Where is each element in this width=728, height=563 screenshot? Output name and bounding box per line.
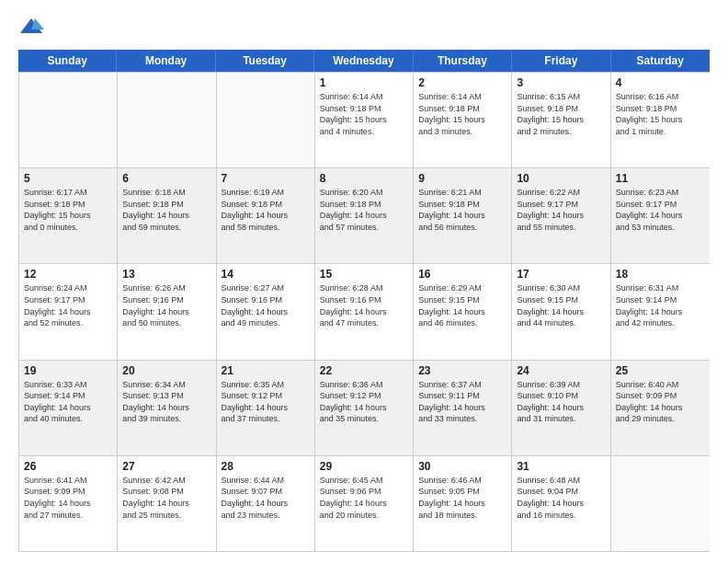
day-number: 4: [616, 76, 705, 89]
day-number: 30: [418, 460, 506, 473]
day-number: 16: [418, 268, 506, 281]
cal-cell: 20Sunrise: 6:34 AM Sunset: 9:13 PM Dayli…: [118, 361, 216, 455]
day-info: Sunrise: 6:14 AM Sunset: 9:18 PM Dayligh…: [418, 91, 506, 137]
page: SundayMondayTuesdayWednesdayThursdayFrid…: [0, 0, 728, 563]
day-info: Sunrise: 6:31 AM Sunset: 9:14 PM Dayligh…: [616, 282, 705, 328]
day-number: 29: [320, 460, 408, 473]
day-info: Sunrise: 6:30 AM Sunset: 9:15 PM Dayligh…: [517, 282, 605, 328]
header-cell-sunday: Sunday: [18, 50, 117, 72]
day-number: 3: [517, 76, 605, 89]
cal-cell: 7Sunrise: 6:19 AM Sunset: 9:18 PM Daylig…: [217, 168, 315, 263]
day-number: 18: [616, 268, 705, 281]
day-info: Sunrise: 6:40 AM Sunset: 9:09 PM Dayligh…: [616, 379, 705, 425]
cal-cell: [217, 73, 315, 167]
day-info: Sunrise: 6:33 AM Sunset: 9:14 PM Dayligh…: [24, 379, 112, 425]
day-info: Sunrise: 6:44 AM Sunset: 9:07 PM Dayligh…: [222, 475, 310, 521]
day-number: 22: [320, 364, 408, 377]
cal-cell: 14Sunrise: 6:27 AM Sunset: 9:16 PM Dayli…: [217, 264, 315, 359]
cal-cell: 26Sunrise: 6:41 AM Sunset: 9:09 PM Dayli…: [19, 456, 118, 551]
cal-cell: 31Sunrise: 6:48 AM Sunset: 9:04 PM Dayli…: [512, 456, 610, 551]
week-row-5: 26Sunrise: 6:41 AM Sunset: 9:09 PM Dayli…: [19, 455, 710, 551]
cal-cell: 1Sunrise: 6:14 AM Sunset: 9:18 PM Daylig…: [315, 73, 414, 167]
cal-cell: 21Sunrise: 6:35 AM Sunset: 9:12 PM Dayli…: [217, 361, 315, 455]
cal-cell: 11Sunrise: 6:23 AM Sunset: 9:17 PM Dayli…: [611, 168, 710, 263]
cal-cell: 13Sunrise: 6:26 AM Sunset: 9:16 PM Dayli…: [118, 264, 216, 359]
day-info: Sunrise: 6:27 AM Sunset: 9:16 PM Dayligh…: [222, 282, 310, 328]
day-info: Sunrise: 6:45 AM Sunset: 9:06 PM Dayligh…: [320, 475, 408, 521]
day-info: Sunrise: 6:34 AM Sunset: 9:13 PM Dayligh…: [122, 379, 210, 425]
day-info: Sunrise: 6:20 AM Sunset: 9:18 PM Dayligh…: [320, 187, 408, 233]
header-cell-tuesday: Tuesday: [216, 50, 314, 72]
header-cell-monday: Monday: [117, 50, 215, 72]
week-row-2: 5Sunrise: 6:17 AM Sunset: 9:18 PM Daylig…: [19, 167, 710, 263]
day-info: Sunrise: 6:23 AM Sunset: 9:17 PM Dayligh…: [616, 187, 705, 233]
cal-cell: 22Sunrise: 6:36 AM Sunset: 9:12 PM Dayli…: [315, 361, 414, 455]
day-number: 7: [222, 172, 310, 185]
day-number: 5: [24, 172, 112, 185]
day-number: 9: [418, 172, 506, 185]
day-number: 13: [122, 268, 210, 281]
day-number: 14: [222, 268, 310, 281]
day-info: Sunrise: 6:16 AM Sunset: 9:18 PM Dayligh…: [616, 91, 705, 137]
day-info: Sunrise: 6:29 AM Sunset: 9:15 PM Dayligh…: [418, 282, 506, 328]
day-number: 27: [122, 460, 210, 473]
logo-area: [18, 15, 48, 40]
cal-cell: 10Sunrise: 6:22 AM Sunset: 9:17 PM Dayli…: [512, 168, 610, 263]
cal-cell: 24Sunrise: 6:39 AM Sunset: 9:10 PM Dayli…: [512, 361, 610, 455]
day-number: 23: [418, 364, 506, 377]
header-cell-thursday: Thursday: [414, 50, 512, 72]
cal-cell: 19Sunrise: 6:33 AM Sunset: 9:14 PM Dayli…: [19, 361, 118, 455]
day-number: 26: [24, 460, 112, 473]
cal-cell: 4Sunrise: 6:16 AM Sunset: 9:18 PM Daylig…: [611, 73, 710, 167]
day-number: 24: [517, 364, 605, 377]
cal-cell: 23Sunrise: 6:37 AM Sunset: 9:11 PM Dayli…: [414, 361, 512, 455]
cal-cell: [611, 456, 710, 551]
cal-cell: 3Sunrise: 6:15 AM Sunset: 9:18 PM Daylig…: [512, 73, 610, 167]
day-info: Sunrise: 6:14 AM Sunset: 9:18 PM Dayligh…: [320, 91, 408, 137]
day-number: 10: [517, 172, 605, 185]
calendar-body: 1Sunrise: 6:14 AM Sunset: 9:18 PM Daylig…: [18, 72, 710, 552]
cal-cell: 9Sunrise: 6:21 AM Sunset: 9:18 PM Daylig…: [414, 168, 512, 263]
cal-cell: 30Sunrise: 6:46 AM Sunset: 9:05 PM Dayli…: [414, 456, 512, 551]
calendar: SundayMondayTuesdayWednesdayThursdayFrid…: [18, 50, 710, 552]
day-number: 17: [517, 268, 605, 281]
day-number: 12: [24, 268, 112, 281]
cal-cell: 12Sunrise: 6:24 AM Sunset: 9:17 PM Dayli…: [19, 264, 118, 359]
day-info: Sunrise: 6:48 AM Sunset: 9:04 PM Dayligh…: [517, 475, 605, 521]
week-row-1: 1Sunrise: 6:14 AM Sunset: 9:18 PM Daylig…: [19, 72, 710, 167]
day-info: Sunrise: 6:21 AM Sunset: 9:18 PM Dayligh…: [418, 187, 506, 233]
day-info: Sunrise: 6:15 AM Sunset: 9:18 PM Dayligh…: [517, 91, 605, 137]
day-number: 2: [418, 76, 506, 89]
svg-marker-1: [31, 18, 44, 29]
header-cell-saturday: Saturday: [611, 50, 710, 72]
day-info: Sunrise: 6:24 AM Sunset: 9:17 PM Dayligh…: [24, 282, 112, 328]
week-row-3: 12Sunrise: 6:24 AM Sunset: 9:17 PM Dayli…: [19, 263, 710, 359]
day-number: 15: [320, 268, 408, 281]
day-info: Sunrise: 6:35 AM Sunset: 9:12 PM Dayligh…: [222, 379, 310, 425]
day-info: Sunrise: 6:28 AM Sunset: 9:16 PM Dayligh…: [320, 282, 408, 328]
day-number: 28: [222, 460, 310, 473]
cal-cell: [19, 73, 118, 167]
day-number: 19: [24, 364, 112, 377]
cal-cell: [118, 73, 216, 167]
day-number: 8: [320, 172, 408, 185]
cal-cell: 28Sunrise: 6:44 AM Sunset: 9:07 PM Dayli…: [217, 456, 315, 551]
header-cell-friday: Friday: [512, 50, 610, 72]
cal-cell: 6Sunrise: 6:18 AM Sunset: 9:18 PM Daylig…: [118, 168, 216, 263]
cal-cell: 2Sunrise: 6:14 AM Sunset: 9:18 PM Daylig…: [414, 73, 512, 167]
cal-cell: 17Sunrise: 6:30 AM Sunset: 9:15 PM Dayli…: [512, 264, 610, 359]
day-number: 11: [616, 172, 705, 185]
day-info: Sunrise: 6:42 AM Sunset: 9:08 PM Dayligh…: [122, 475, 210, 521]
day-info: Sunrise: 6:22 AM Sunset: 9:17 PM Dayligh…: [517, 187, 605, 233]
day-info: Sunrise: 6:46 AM Sunset: 9:05 PM Dayligh…: [418, 475, 506, 521]
cal-cell: 18Sunrise: 6:31 AM Sunset: 9:14 PM Dayli…: [611, 264, 710, 359]
day-info: Sunrise: 6:26 AM Sunset: 9:16 PM Dayligh…: [122, 282, 210, 328]
day-number: 31: [517, 460, 605, 473]
calendar-header-row: SundayMondayTuesdayWednesdayThursdayFrid…: [18, 50, 710, 72]
week-row-4: 19Sunrise: 6:33 AM Sunset: 9:14 PM Dayli…: [19, 360, 710, 455]
day-number: 1: [320, 76, 408, 89]
day-info: Sunrise: 6:19 AM Sunset: 9:18 PM Dayligh…: [222, 187, 310, 233]
day-info: Sunrise: 6:18 AM Sunset: 9:18 PM Dayligh…: [122, 187, 210, 233]
cal-cell: 15Sunrise: 6:28 AM Sunset: 9:16 PM Dayli…: [315, 264, 414, 359]
cal-cell: 5Sunrise: 6:17 AM Sunset: 9:18 PM Daylig…: [19, 168, 118, 263]
